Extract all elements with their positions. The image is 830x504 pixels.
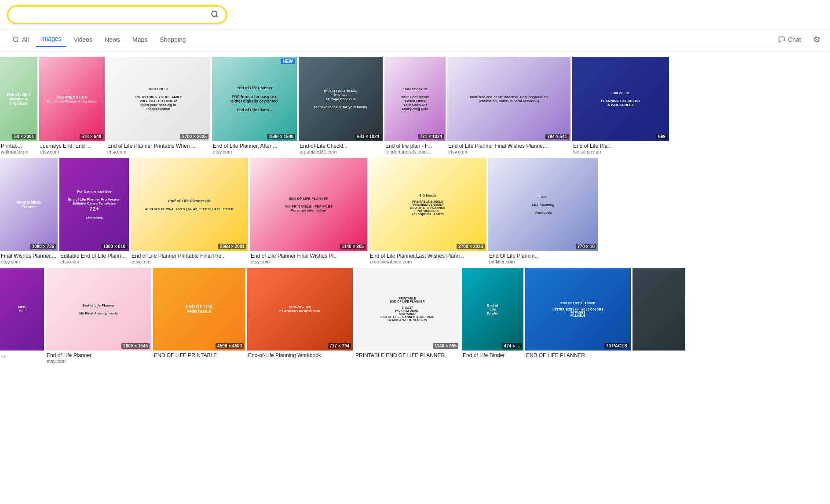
image-thumb-r2c2: For Commercial UseEnd of Life Planner Pr…	[59, 158, 129, 251]
image-info-r3c7: END OF LIFE PLANNER	[525, 351, 631, 360]
image-thumb-r3c2: End of Life PlannerMy Final Arrangements…	[46, 268, 151, 351]
image-text-r3c2: End of Life PlannerMy Final Arrangements	[46, 268, 151, 351]
image-card-r2c5[interactable]: BIG BundlePRINTABLE BUNDLE"PREMIUM VERSI…	[369, 158, 486, 266]
image-card-r3c6[interactable]: End ofLifeBinder 474 × ... End of Life B…	[462, 268, 523, 365]
dim-badge-r1c6: 721 × 1024	[418, 134, 444, 139]
image-info-r1c8: End of Life Pla... lsc.sa.gov.au	[572, 141, 669, 156]
image-info-r2c1: Final Wishes Planner,... etsy.com	[0, 251, 58, 266]
image-block-r1c3: INCLUDES:EVERYTHING YOUR FAMILYWILL NEED…	[106, 57, 210, 141]
search-input[interactable]: end of life planner	[15, 11, 207, 19]
image-thumb-r3c5: PRINTABLEEND OF LIFE PLANNER8.5x11"F*CK!…	[355, 268, 460, 351]
dim-badge-r3c2: 2000 × 1545	[121, 343, 150, 349]
dim-badge-r1c4: 1588 × 1588	[267, 134, 295, 139]
image-thumb-r2c6: TheLife-PlanningWorkbook 770 × 10	[488, 158, 598, 251]
image-title-r3c5: PRINTABLE END OF LIFE PLANNER	[355, 352, 459, 358]
image-block-r2c5: BIG BundlePRINTABLE BUNDLE"PREMIUM VERSI…	[369, 158, 486, 251]
image-source-r1c2: etsy.com	[40, 149, 104, 154]
image-title-r1c4: End of Life Planner, After ...	[213, 143, 296, 149]
tab-all[interactable]: All	[7, 33, 34, 47]
tab-videos[interactable]: Videos	[68, 33, 98, 47]
svg-line-3	[17, 41, 18, 42]
image-card-r1c7[interactable]: Inclusive end of life directive, final p…	[447, 57, 570, 156]
tab-maps[interactable]: Maps	[127, 33, 153, 47]
image-block-r1c5: End of Life & EstatePlanner17 Page Check…	[299, 57, 383, 141]
image-card-r2c6[interactable]: TheLife-PlanningWorkbook 770 × 10 End Of…	[488, 158, 598, 266]
image-title-r3c1: ...	[1, 352, 43, 358]
image-source-r1c1: walmart.com	[1, 149, 37, 154]
image-block-r3c4: END-OF-LIFEPLANNING WORKBOOK 717 × 794	[247, 268, 353, 351]
image-card-r1c4[interactable]: End of Life PlannerPDF format for easy u…	[212, 57, 297, 156]
image-thumb-r1c8: End of LifePLANNING CHECKLIST& WORKSHEET…	[572, 57, 669, 141]
image-source-r1c3: etsy.com	[107, 149, 209, 154]
tab-news[interactable]: News	[99, 33, 125, 47]
image-info-r2c3: End of Life Planner Printable Final Pre.…	[131, 251, 248, 266]
image-text-r2c1: Final WishesPlanner	[0, 158, 58, 251]
image-info-r2c5: End of Life Planner,Last Wishes Plann...…	[369, 251, 486, 266]
image-info-r2c6: End Of Life Plannin... pdffiller.com	[488, 251, 598, 266]
chat-button[interactable]: Chat	[774, 33, 805, 46]
image-title-r1c5: End-of-Life Checkl...	[300, 143, 382, 149]
image-text-r3c6: End ofLifeBinder	[462, 268, 523, 351]
image-block-r1c2: JOURNEYS ENDEnd of Life Planner & Organi…	[39, 57, 105, 141]
image-card-r3c5[interactable]: PRINTABLEEND OF LIFE PLANNER8.5x11"F*CK!…	[355, 268, 460, 365]
image-title-r2c4: End of Life Planner Final Wishes Pl...	[251, 253, 366, 259]
dim-badge-r2c4: 1140 × 905	[340, 244, 366, 249]
image-info-r3c2: End of Life Planner etsy.com	[46, 351, 151, 365]
image-title-r3c3: END OF LIFE PRINTABLE	[154, 352, 245, 358]
tab-images[interactable]: Images	[36, 32, 67, 47]
image-text-r2c6: TheLife-PlanningWorkbook	[488, 158, 598, 251]
tab-images-label: Images	[41, 35, 62, 42]
image-card-r1c2[interactable]: JOURNEYS ENDEnd of Life Planner & Organi…	[39, 57, 105, 156]
image-source-r2c4: etsy.com	[251, 259, 366, 264]
image-source-r2c6: pdffiller.com	[489, 259, 597, 264]
image-card-r3c4[interactable]: END-OF-LIFEPLANNING WORKBOOK 717 × 794 E…	[247, 268, 353, 365]
image-block-r2c3: End of Life Planner Kit41 PAGES NOMINAL …	[131, 158, 248, 251]
image-row-3: NEROl... ... End of Life PlannerMy Final…	[0, 268, 830, 365]
image-card-r2c2[interactable]: For Commercial UseEnd of Life Planner Pr…	[59, 158, 129, 266]
image-text-r1c5: End of Life & EstatePlanner17 Page Check…	[299, 57, 383, 141]
image-source-r1c6: tenderfunerals.com...	[385, 149, 445, 154]
image-card-r1c6[interactable]: Final ChecklistYour DocumentsLoved OnesY…	[384, 57, 446, 156]
image-info-r2c2: Editable End of Life Planner Template,..…	[59, 251, 129, 266]
svg-point-2	[13, 37, 18, 42]
image-card-r1c1[interactable]: End of Life #Planner & Organizer 58 × 20…	[0, 57, 37, 156]
image-row-2: Final WishesPlanner 1080 × 736 Final Wis…	[0, 158, 830, 266]
search-icon[interactable]	[211, 10, 219, 19]
image-title-r2c5: End of Life Planner,Last Wishes Plann...	[370, 253, 486, 259]
image-card-r3c7[interactable]: END OF LIFE PLANNERLETTER SIZE | A4 | A5…	[525, 268, 631, 365]
image-text-r1c7: Inclusive end of life directive, final p…	[447, 57, 570, 141]
image-card-r2c4[interactable]: END OF LIFE PLANNER+30 PRINTABLE | PDF F…	[250, 158, 367, 266]
image-source-r2c2: etsy.com	[60, 259, 128, 264]
image-title-r2c6: End Of Life Plannin...	[489, 253, 597, 259]
search-bar-area: end of life planner	[0, 0, 830, 30]
image-text-r1c1: End of Life #Planner & Organizer	[0, 57, 37, 141]
tab-shopping[interactable]: Shopping	[154, 33, 191, 47]
image-text-r1c4: End of Life PlannerPDF format for easy u…	[212, 57, 297, 141]
search-box[interactable]: end of life planner	[7, 5, 227, 24]
image-text-r1c8: End of LifePLANNING CHECKLIST& WORKSHEET	[572, 57, 669, 141]
image-source-r1c7: etsy.com	[448, 149, 570, 154]
image-card-r1c5[interactable]: End of Life & EstatePlanner17 Page Check…	[299, 57, 383, 156]
image-card-r3c3[interactable]: END OF LIFEPRINTABLE 4598 × 4500 END OF …	[153, 268, 245, 365]
image-source-r3c2: etsy.com	[47, 358, 150, 364]
image-card-r1c8[interactable]: End of LifePLANNING CHECKLIST& WORKSHEET…	[572, 57, 669, 156]
image-card-r2c1[interactable]: Final WishesPlanner 1080 × 736 Final Wis…	[0, 158, 58, 266]
image-thumb-r3c3: END OF LIFEPRINTABLE 4598 × 4500	[153, 268, 245, 351]
image-title-r3c7: END OF LIFE PLANNER	[526, 352, 630, 358]
image-text-r2c5: BIG BundlePRINTABLE BUNDLE"PREMIUM VERSI…	[369, 158, 486, 251]
image-thumb-r1c7: Inclusive end of life directive, final p…	[447, 57, 570, 141]
image-card-r1c3[interactable]: INCLUDES:EVERYTHING YOUR FAMILYWILL NEED…	[106, 57, 210, 156]
svg-line-1	[216, 15, 217, 17]
image-source-r2c3: etsy.com	[132, 259, 247, 264]
image-card-r2c3[interactable]: End of Life Planner Kit41 PAGES NOMINAL …	[131, 158, 248, 266]
image-text-r1c2: JOURNEYS ENDEnd of Life Planner & Organi…	[39, 57, 105, 141]
image-thumb-r3c6: End ofLifeBinder 474 × ...	[462, 268, 523, 351]
settings-icon[interactable]: ⚙	[811, 32, 823, 47]
image-card-r3c8[interactable]	[633, 268, 685, 365]
image-text-r3c1: NEROl...	[0, 268, 44, 351]
image-card-r3c1[interactable]: NEROl... ...	[0, 268, 44, 365]
image-title-r2c2: Editable End of Life Planner Template,..…	[60, 253, 128, 259]
dim-badge-r2c3: 2668 × 2001	[218, 244, 246, 249]
image-info-r3c4: End-of-Life Planning Workbook	[247, 351, 353, 360]
image-card-r3c2[interactable]: End of Life PlannerMy Final Arrangements…	[46, 268, 151, 365]
